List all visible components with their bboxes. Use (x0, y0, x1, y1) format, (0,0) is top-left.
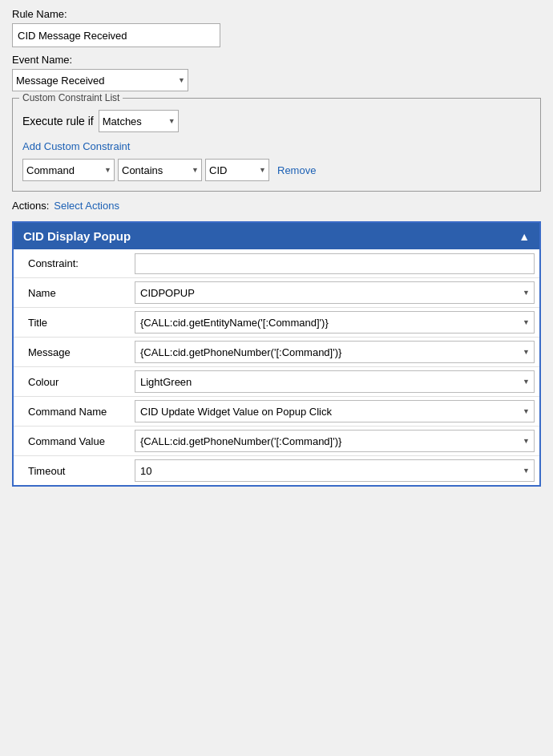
operator-select[interactable]: Contains (118, 159, 202, 181)
action-row: Title{CALL:cid.getEntityName('[:Command]… (14, 308, 539, 338)
event-name-label: Event Name: (12, 54, 541, 66)
event-name-section: Event Name: Message Received (12, 54, 541, 91)
action-field-label: Message (14, 342, 130, 363)
action-field-label: Timeout (14, 460, 130, 482)
panel-title: CID Display Popup (23, 229, 131, 243)
custom-constraint-list: Custom Constraint List Execute rule if M… (12, 98, 541, 192)
matches-wrapper: Matches (99, 110, 179, 132)
actions-label: Actions: (12, 200, 49, 212)
action-value-wrapper: 1051530 (130, 456, 539, 485)
constraint-legend: Custom Constraint List (19, 92, 123, 103)
event-name-select[interactable]: Message Received (12, 69, 188, 91)
action-row: Constraint: (14, 249, 539, 278)
action-field-label: Command Value (14, 431, 130, 452)
val-select[interactable]: CID (205, 159, 269, 181)
matches-select[interactable]: Matches (99, 110, 179, 132)
action-select[interactable]: {CALL:cid.getPhoneNumber('[:Command]')}C… (135, 430, 535, 452)
action-select[interactable]: {CALL:cid.getEntityName('[:Command]')}Cu… (135, 311, 535, 334)
val-wrapper: CID (205, 159, 269, 181)
action-select-wrapper: {CALL:cid.getEntityName('[:Command]')}Cu… (135, 311, 535, 334)
action-select-wrapper: LightGreenLightBlueLightRedWhite (135, 370, 535, 393)
rule-name-label: Rule Name: (12, 8, 541, 20)
command-select[interactable]: Command (22, 159, 115, 181)
actions-row: Actions: Select Actions (12, 200, 541, 212)
action-row: Timeout1051530 (14, 456, 539, 485)
action-row: Command Value{CALL:cid.getPhoneNumber('[… (14, 427, 539, 456)
execute-label: Execute rule if (22, 115, 94, 127)
action-value-wrapper: CIDPOPUPCIDPOPUP2 (130, 278, 539, 307)
remove-link[interactable]: Remove (277, 164, 316, 176)
action-field-label: Title (14, 312, 130, 334)
action-field-label: Name (14, 282, 130, 304)
action-row: NameCIDPOPUPCIDPOPUP2 (14, 278, 539, 308)
action-select[interactable]: 1051530 (135, 459, 535, 482)
command-wrapper: Command (22, 159, 115, 181)
action-select-wrapper: {CALL:cid.getPhoneNumber('[:Command]')}C… (135, 341, 535, 363)
action-select-wrapper: CID Update Widget Value on Popup ClickNo… (135, 400, 535, 422)
event-name-wrapper: Message Received (12, 69, 188, 91)
select-actions-link[interactable]: Select Actions (54, 200, 119, 212)
action-select-wrapper: CIDPOPUPCIDPOPUP2 (135, 281, 535, 304)
execute-row: Execute rule if Matches (22, 110, 531, 132)
action-select[interactable]: LightGreenLightBlueLightRedWhite (135, 370, 535, 393)
action-value-wrapper: {CALL:cid.getEntityName('[:Command]')}Cu… (130, 308, 539, 337)
action-panel-header: CID Display Popup ▲ (14, 223, 539, 249)
action-field-label: Constraint: (14, 253, 130, 274)
constraint-text-input[interactable] (135, 253, 535, 274)
rule-name-section: Rule Name: (12, 8, 541, 47)
action-panel-body: Constraint:NameCIDPOPUPCIDPOPUP2Title{CA… (14, 249, 539, 485)
action-value-wrapper (130, 250, 539, 277)
action-panel: CID Display Popup ▲ Constraint:NameCIDPO… (12, 221, 541, 487)
action-row: Message{CALL:cid.getPhoneNumber('[:Comma… (14, 338, 539, 367)
action-select[interactable]: {CALL:cid.getPhoneNumber('[:Command]')}C… (135, 341, 535, 363)
constraint-row: Command Contains CID Remove (22, 159, 531, 181)
action-value-wrapper: {CALL:cid.getPhoneNumber('[:Command]')}C… (130, 427, 539, 455)
action-select[interactable]: CIDPOPUPCIDPOPUP2 (135, 281, 535, 304)
action-value-wrapper: {CALL:cid.getPhoneNumber('[:Command]')}C… (130, 338, 539, 366)
rule-name-input[interactable] (12, 23, 220, 47)
action-row: Command NameCID Update Widget Value on P… (14, 397, 539, 427)
action-value-wrapper: CID Update Widget Value on Popup ClickNo… (130, 397, 539, 426)
action-row: ColourLightGreenLightBlueLightRedWhite (14, 367, 539, 397)
action-select-wrapper: {CALL:cid.getPhoneNumber('[:Command]')}C… (135, 430, 535, 452)
action-select-wrapper: 1051530 (135, 459, 535, 482)
action-field-label: Command Name (14, 401, 130, 422)
collapse-button[interactable]: ▲ (519, 230, 530, 243)
action-value-wrapper: LightGreenLightBlueLightRedWhite (130, 367, 539, 396)
action-field-label: Colour (14, 371, 130, 393)
add-constraint-link[interactable]: Add Custom Constraint (22, 140, 531, 152)
operator-wrapper: Contains (118, 159, 202, 181)
action-select[interactable]: CID Update Widget Value on Popup ClickNo… (135, 400, 535, 422)
